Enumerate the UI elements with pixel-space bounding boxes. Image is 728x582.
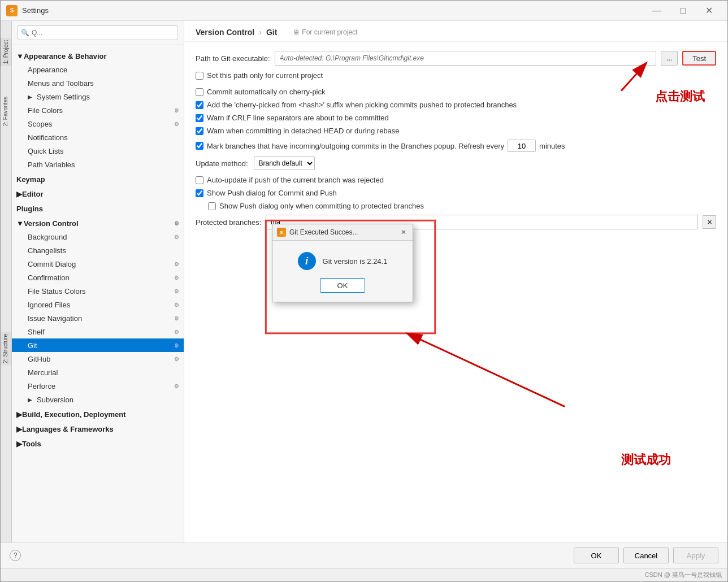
sidebar-item-file-status-colors[interactable]: File Status Colors ⚙ (12, 284, 184, 298)
show-push-checkbox[interactable] (196, 189, 203, 197)
sidebar-item-quick-lists[interactable]: Quick Lists (12, 144, 184, 158)
auto-update-row: Auto-update if push of the current branc… (196, 176, 716, 184)
settings-icon: ⚙ (174, 220, 179, 227)
breadcrumb-current: Git (266, 28, 277, 37)
sidebar-item-ignored-files[interactable]: Ignored Files ⚙ (12, 298, 184, 311)
sidebar-item-label: Background (28, 233, 67, 241)
settings-icon: ⚙ (174, 315, 179, 322)
sidebar-item-keymap[interactable]: Keymap (12, 171, 184, 186)
update-method-select[interactable]: Branch default Merge Rebase (254, 157, 315, 170)
sidebar-item-label: Ignored Files (28, 301, 70, 309)
breadcrumb-separator: › (259, 28, 262, 37)
commit-auto-label: Commit automatically on cherry-pick (207, 88, 326, 96)
sidebar-item-confirmation[interactable]: Confirmation ⚙ (12, 271, 184, 284)
sidebar-item-system-settings[interactable]: ▶ System Settings (12, 90, 184, 103)
sidebar-item-label: Perforce (28, 382, 55, 390)
minutes-input[interactable]: 10 (508, 140, 536, 152)
sidebar-item-shelf[interactable]: Shelf ⚙ (12, 325, 184, 338)
settings-icon: ⚙ (174, 356, 179, 362)
sidebar-item-background[interactable]: Background ⚙ (12, 230, 184, 244)
warn-detached-label: Warn when committing in detached HEAD or… (207, 127, 400, 135)
set-path-checkbox[interactable] (196, 72, 203, 80)
sidebar-item-subversion[interactable]: ▶ Subversion (12, 393, 184, 406)
sidebar-item-github[interactable]: GitHub ⚙ (12, 352, 184, 366)
mark-branches-row: Mark branches that have incoming/outgoin… (196, 140, 716, 152)
main-content: Version Control › Git 🖥 For current proj… (184, 21, 727, 542)
sidebar-item-issue-navigation[interactable]: Issue Navigation ⚙ (12, 311, 184, 325)
sidebar-item-label: Subversion (37, 396, 73, 404)
chevron-right-icon: ▶ (16, 410, 22, 419)
ok-button[interactable]: OK (574, 548, 619, 563)
test-button[interactable]: Test (682, 51, 716, 66)
sidebar-item-languages[interactable]: ▶ Languages & Frameworks (12, 421, 184, 436)
sidebar-item-git[interactable]: Git ⚙ (12, 338, 184, 352)
close-button[interactable]: ✕ (696, 1, 722, 21)
status-bar: CSDN @ 菜鸟一号是我钱锟 (1, 568, 727, 581)
dialog-info-row: i Git version is 2.24.1 (298, 252, 388, 270)
chevron-right-icon: ▶ (16, 440, 22, 448)
sidebar-item-label: Menus and Toolbars (28, 79, 94, 88)
info-icon: i (298, 252, 316, 270)
sidebar-item-path-variables[interactable]: Path Variables (12, 158, 184, 171)
sidebar-item-label: Appearance (28, 66, 67, 74)
settings-icon: ⚙ (174, 288, 179, 294)
maximize-button[interactable]: □ (670, 1, 696, 21)
auto-update-checkbox[interactable] (196, 176, 203, 184)
sidebar-item-scopes[interactable]: Scopes ⚙ (12, 117, 184, 131)
search-wrap: 🔍 (18, 25, 178, 40)
remove-protected-button[interactable]: ✕ (703, 215, 716, 229)
sidebar-item-label: Commit Dialog (28, 260, 76, 268)
chevron-down-icon: ▼ (16, 219, 24, 228)
search-input[interactable] (18, 25, 178, 40)
minimize-button[interactable]: — (644, 1, 670, 21)
settings-icon: ⚙ (174, 275, 179, 281)
git-path-label: Path to Git executable: (196, 54, 270, 63)
sidebar-item-tools[interactable]: ▶ Tools (12, 436, 184, 450)
cancel-button[interactable]: Cancel (623, 548, 669, 563)
apply-button[interactable]: Apply (673, 548, 718, 563)
show-push-protected-checkbox[interactable] (208, 202, 216, 210)
sidebar-item-build-exec[interactable]: ▶ Build, Execution, Deployment (12, 406, 184, 421)
sidebar-item-commit-dialog[interactable]: Commit Dialog ⚙ (12, 257, 184, 271)
sidebar-item-label: File Colors (28, 106, 63, 115)
cherry-picked-label: Add the 'cherry-picked from <hash>' suff… (207, 101, 517, 109)
settings-icon: ⚙ (174, 329, 179, 335)
sidebar-item-perforce[interactable]: Perforce ⚙ (12, 379, 184, 393)
sidebar-item-version-control[interactable]: ▼ Version Control ⚙ (12, 215, 184, 230)
warn-detached-checkbox[interactable] (196, 127, 203, 135)
watermark-text: CSDN @ 菜鸟一号是我钱锟 (645, 571, 722, 579)
mark-branches-checkbox[interactable] (196, 142, 203, 150)
sidebar-item-label: Mercurial (28, 368, 58, 377)
sidebar-item-menus-toolbars[interactable]: Menus and Toolbars (12, 76, 184, 90)
commit-auto-row: Commit automatically on cherry-pick (196, 88, 716, 96)
structure-tab[interactable]: 2: Structure (1, 332, 12, 366)
dialog-close-button[interactable]: ✕ (399, 228, 408, 237)
sidebar-item-label: Path Variables (28, 160, 75, 169)
warn-crlf-checkbox[interactable] (196, 114, 203, 122)
chevron-right-icon: ▶ (28, 397, 34, 403)
dialog-ok-button[interactable]: OK (320, 278, 365, 293)
sidebar-item-notifications[interactable]: Notifications (12, 131, 184, 144)
commit-auto-checkbox[interactable] (196, 88, 203, 96)
sidebar-item-file-colors[interactable]: File Colors ⚙ (12, 103, 184, 117)
project-tab[interactable]: 1: Project (1, 38, 12, 66)
sidebar-item-label: Build, Execution, Deployment (22, 410, 125, 419)
sidebar-item-editor[interactable]: ▶ Editor (12, 186, 184, 201)
warn-crlf-label: Warn if CRLF line separators are about t… (207, 114, 389, 122)
git-path-input[interactable] (275, 51, 657, 66)
show-push-protected-row: Show Push dialog only when committing to… (208, 202, 716, 210)
sidebar-item-changelists[interactable]: Changelists (12, 244, 184, 257)
settings-icon: ⚙ (174, 302, 179, 308)
sidebar-item-label: GitHub (28, 355, 50, 363)
sidebar-item-mercurial[interactable]: Mercurial (12, 366, 184, 379)
sidebar-item-appearance-behavior[interactable]: ▼ Appearance & Behavior (12, 48, 184, 63)
help-button[interactable]: ? (10, 550, 21, 561)
sidebar-item-appearance[interactable]: Appearance (12, 63, 184, 76)
settings-icon: ⚙ (174, 261, 179, 267)
sidebar-item-plugins[interactable]: Plugins (12, 201, 184, 215)
browse-button[interactable]: ... (661, 51, 678, 66)
sidebar-item-label: Tools (22, 440, 41, 448)
favorites-tab[interactable]: 2: Favorites (1, 94, 12, 128)
main-header: Version Control › Git 🖥 For current proj… (184, 21, 727, 42)
cherry-picked-checkbox[interactable] (196, 101, 203, 109)
